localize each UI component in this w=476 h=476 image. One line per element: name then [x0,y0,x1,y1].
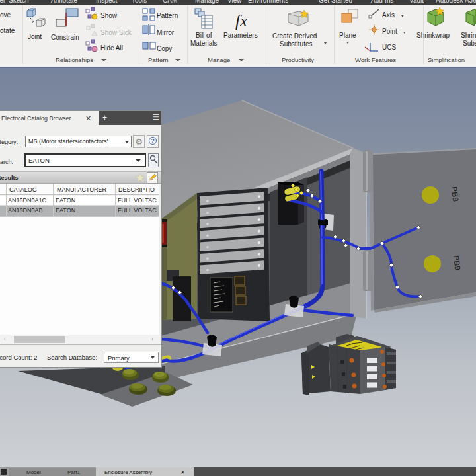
svg-text:fx: fx [235,12,247,30]
svg-text:PB8: PB8 [450,186,461,202]
svg-text:PB9: PB9 [452,255,463,271]
